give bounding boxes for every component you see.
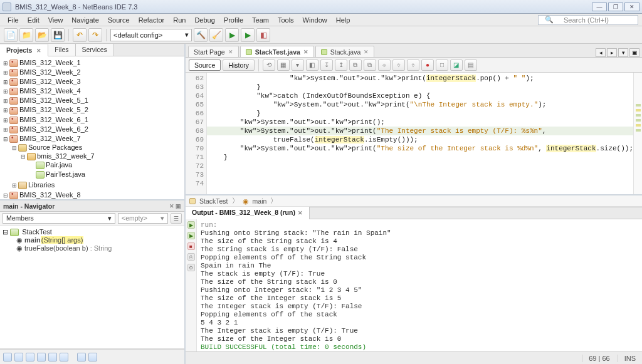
editor-tool-button[interactable]: ▾ <box>292 60 304 71</box>
editor-tool-button[interactable]: ◪ <box>450 60 463 71</box>
filter-icon[interactable] <box>48 353 57 361</box>
profile-button[interactable]: ◧ <box>256 28 270 42</box>
debug-button[interactable]: ▶ <box>241 28 255 42</box>
menu-view[interactable]: View <box>45 15 67 25</box>
editor-tool-button[interactable]: ⟐ <box>378 60 391 71</box>
method-node[interactable]: main <box>24 236 41 244</box>
menu-source[interactable]: Source <box>104 15 134 25</box>
project-node[interactable]: BMIS_312_Week_4 <box>19 87 81 95</box>
build-button[interactable]: 🔨 <box>194 28 208 42</box>
menu-run[interactable]: Run <box>169 15 189 25</box>
project-node[interactable]: BMIS_312_Week_6_2 <box>19 125 88 133</box>
menu-refactor[interactable]: Refactor <box>135 15 169 25</box>
redo-button[interactable]: ↷ <box>88 28 102 42</box>
close-icon[interactable]: ✕ <box>364 47 369 57</box>
close-icon[interactable]: ✕ ▣ <box>169 203 182 209</box>
menu-tools[interactable]: Tools <box>274 15 298 25</box>
new-file-button[interactable]: 📄 <box>4 28 18 42</box>
project-node[interactable]: BMIS_312_Week_1 <box>19 59 81 66</box>
editor-tool-button[interactable]: ↧ <box>320 60 333 71</box>
libraries-node[interactable]: Libraries <box>28 181 55 189</box>
code-editor[interactable]: 62 63 64 65 66 67 68 69 70 71 72 73 74 "… <box>186 73 642 195</box>
save-all-button[interactable]: 💾 <box>51 28 65 42</box>
editor-tool-button[interactable]: ● <box>421 60 434 71</box>
tab-list-button[interactable]: ▾ <box>618 48 628 57</box>
tab-stack[interactable]: Stack.java✕ <box>315 46 374 57</box>
menu-team[interactable]: Team <box>248 15 273 25</box>
close-icon[interactable]: ✕ <box>298 210 303 216</box>
menu-help[interactable]: Help <box>332 15 354 25</box>
editor-tool-button[interactable]: ⧉ <box>349 60 362 71</box>
menu-file[interactable]: File <box>4 15 23 25</box>
class-node[interactable]: StackTest <box>22 228 52 236</box>
filter-icon[interactable] <box>3 353 12 361</box>
scroll-right-button[interactable]: ▸ <box>607 48 617 57</box>
navigator-tree[interactable]: ⊟ StackTest ◉ main(String[] args) ◉ true… <box>0 226 184 349</box>
filter-icon[interactable] <box>60 353 68 361</box>
editor-breadcrumb[interactable]: StackTest 〉 ◉ main 〉 <box>186 195 642 207</box>
tab-start-page[interactable]: Start Page✕ <box>188 46 239 57</box>
menu-navigate[interactable]: Navigate <box>68 15 102 25</box>
editor-tool-button[interactable]: ◧ <box>306 60 318 71</box>
rerun-icon[interactable]: ▶ <box>187 232 195 239</box>
navigator-view-selector[interactable]: Members▾ <box>3 213 115 224</box>
project-node[interactable]: BMIS_312_Week_5_1 <box>19 96 88 104</box>
editor-tool-button[interactable]: ▦ <box>277 60 290 71</box>
tab-files[interactable]: Files <box>48 44 75 56</box>
menu-window[interactable]: Window <box>299 15 331 25</box>
quick-search-input[interactable]: 🔍 Search (Ctrl+I) <box>538 15 638 25</box>
editor-tool-button[interactable]: ⎀ <box>392 60 405 71</box>
window-maximize-button[interactable]: ❐ <box>608 3 623 11</box>
editor-tool-button[interactable]: ⎀ <box>407 60 419 71</box>
source-view-button[interactable]: Source <box>189 60 221 71</box>
history-view-button[interactable]: History <box>223 60 255 71</box>
project-node[interactable]: BMIS_312_Week_2 <box>19 68 81 76</box>
window-minimize-button[interactable]: — <box>592 3 607 11</box>
editor-tool-button[interactable]: ↥ <box>335 60 347 71</box>
undo-button[interactable]: ↶ <box>73 28 87 42</box>
menu-edit[interactable]: Edit <box>24 15 43 25</box>
editor-tool-button[interactable]: ⧉ <box>364 60 376 71</box>
filter-icon[interactable] <box>26 353 34 361</box>
editor-tool-button[interactable]: ⟲ <box>263 60 275 71</box>
editor-tool-button[interactable]: ▤ <box>465 60 477 71</box>
menu-debug[interactable]: Debug <box>191 15 218 25</box>
project-node[interactable]: BMIS_312_Week_8 <box>19 191 81 199</box>
java-file-node[interactable]: Pair.java <box>46 161 72 169</box>
navigator-filter-selector[interactable]: <empty>▾ <box>118 213 168 224</box>
close-icon[interactable]: ✕ <box>36 48 41 54</box>
new-project-button[interactable]: 📁 <box>19 28 33 42</box>
sort-icon[interactable] <box>77 353 86 361</box>
stop-icon[interactable]: ■ <box>187 242 195 250</box>
save-output-icon[interactable]: ⎙ <box>187 253 195 261</box>
java-file-node[interactable]: PairTest.java <box>46 170 85 178</box>
package-node[interactable]: bmis_312_week_7 <box>37 152 95 160</box>
open-project-button[interactable]: 📂 <box>35 28 49 42</box>
output-text[interactable]: run:Pushing onto String stack: "The rain… <box>197 219 642 351</box>
source-packages-node[interactable]: Source Packages <box>28 143 82 151</box>
scroll-left-button[interactable]: ◂ <box>596 48 606 57</box>
filter-icon[interactable] <box>14 353 23 361</box>
project-node[interactable]: BMIS_312_Week_6_1 <box>19 116 88 123</box>
window-close-button[interactable]: ✕ <box>624 3 639 11</box>
clean-build-button[interactable]: 🧹 <box>209 28 223 42</box>
tab-projects[interactable]: Projects ✕ <box>0 44 48 56</box>
tab-stacktest[interactable]: StackTest.java✕ <box>240 46 314 57</box>
settings-icon[interactable]: ⚙ <box>187 264 195 271</box>
tab-services[interactable]: Services <box>76 44 114 56</box>
menu-profile[interactable]: Profile <box>220 15 247 25</box>
close-icon[interactable]: ✕ <box>228 47 233 57</box>
output-tab[interactable]: Output - BMIS_312_Week_8 (run)✕ <box>186 207 310 219</box>
project-node[interactable]: BMIS_312_Week_5_2 <box>19 106 88 113</box>
project-node[interactable]: BMIS_312_Week_3 <box>19 78 81 85</box>
close-icon[interactable]: ✕ <box>303 47 308 57</box>
editor-tool-button[interactable]: □ <box>436 60 448 71</box>
projects-tree[interactable]: ⊞BMIS_312_Week_1 ⊞BMIS_312_Week_2 ⊞BMIS_… <box>0 56 184 200</box>
navigator-options-button[interactable]: ☰ <box>171 213 182 224</box>
maximize-editor-button[interactable]: ▣ <box>629 48 639 57</box>
filter-icon[interactable] <box>37 353 46 361</box>
method-node[interactable]: trueFalse(boolean b) <box>24 244 88 252</box>
rerun-icon[interactable]: ▶ <box>187 221 195 229</box>
code-area[interactable]: "kw">System."out">out."kw">print(integer… <box>207 73 633 194</box>
sort-icon[interactable] <box>88 353 97 361</box>
